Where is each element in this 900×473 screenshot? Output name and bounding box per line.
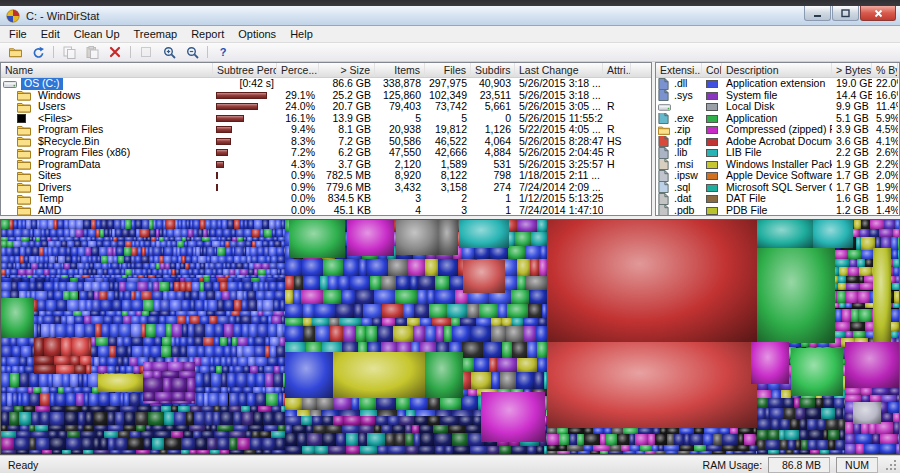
- treemap-cell[interactable]: [257, 324, 268, 337]
- treemap-cell[interactable]: [448, 425, 466, 432]
- treemap-cell[interactable]: [893, 229, 900, 237]
- treemap-cell[interactable]: [40, 220, 48, 229]
- treemap-cell[interactable]: [429, 304, 447, 318]
- tree-row[interactable]: Sites0.9%782.5 MB8,9208,1227981/18/2015 …: [1, 170, 651, 182]
- treemap-cell[interactable]: [1, 346, 12, 356]
- treemap-cell[interactable]: [218, 256, 226, 263]
- treemap-cell[interactable]: [248, 357, 255, 366]
- treemap-cell[interactable]: [342, 425, 359, 432]
- treemap-cell[interactable]: [74, 275, 81, 278]
- treemap-cell[interactable]: [272, 450, 285, 454]
- treemap-cell[interactable]: [224, 324, 233, 337]
- treemap-cell[interactable]: [164, 438, 180, 451]
- treemap-cell[interactable]: [771, 419, 781, 430]
- treemap-cell[interactable]: [381, 425, 392, 432]
- treemap-cell[interactable]: [382, 318, 396, 326]
- treemap-cell[interactable]: [250, 366, 258, 373]
- treemap-cell[interactable]: [36, 282, 44, 291]
- treemap-cell[interactable]: [523, 318, 538, 326]
- treemap-cell[interactable]: [236, 229, 244, 237]
- treemap-cell[interactable]: [517, 220, 538, 232]
- treemap-cell[interactable]: [623, 451, 636, 454]
- treemap-cell[interactable]: [810, 450, 820, 454]
- treemap-cell[interactable]: [838, 419, 845, 430]
- treemap-cell[interactable]: [98, 346, 110, 356]
- treemap-cell[interactable]: [81, 256, 88, 263]
- treemap-cell[interactable]: [419, 425, 433, 432]
- treemap-cell[interactable]: [252, 229, 260, 237]
- treemap-cell[interactable]: [363, 304, 382, 318]
- treemap-cell[interactable]: [420, 433, 433, 446]
- treemap-cell[interactable]: [242, 412, 253, 425]
- treemap-cell[interactable]: [780, 440, 788, 450]
- treemap-cell[interactable]: [1, 438, 14, 451]
- treemap-cell[interactable]: [306, 425, 313, 432]
- treemap-cell[interactable]: [14, 229, 22, 237]
- treemap-cell[interactable]: [74, 365, 86, 374]
- treemap-cell[interactable]: [407, 318, 419, 326]
- treemap-cell[interactable]: [315, 446, 328, 454]
- treemap-cell[interactable]: [256, 291, 266, 300]
- treemap-cell[interactable]: [396, 276, 410, 290]
- tree-row[interactable]: Windows29.1%25.2 GB125,860102,34923,5115…: [1, 90, 651, 102]
- treemap-cell[interactable]: [152, 362, 168, 371]
- treemap-cell[interactable]: [889, 388, 900, 395]
- treemap-cell[interactable]: [208, 300, 217, 310]
- treemap-cell[interactable]: [395, 318, 407, 326]
- treemap-cell[interactable]: [452, 326, 470, 342]
- treemap-cell[interactable]: [248, 300, 257, 310]
- treemap-cell[interactable]: [636, 451, 646, 454]
- treemap-cell[interactable]: [434, 433, 452, 446]
- treemap-cell[interactable]: [645, 451, 654, 454]
- treemap-cell[interactable]: [77, 282, 84, 291]
- treemap-cell[interactable]: [177, 316, 186, 324]
- treemap-cell[interactable]: [43, 316, 54, 324]
- treemap-cell[interactable]: [269, 282, 277, 291]
- treemap-cell[interactable]: [506, 326, 522, 342]
- treemap-cell[interactable]: [547, 451, 557, 454]
- treemap-cell[interactable]: [90, 366, 97, 373]
- treemap-cell[interactable]: [335, 304, 354, 318]
- treemap-cell[interactable]: [471, 372, 491, 388]
- treemap-cell[interactable]: [479, 304, 498, 318]
- treemap-cell[interactable]: [220, 337, 227, 346]
- treemap-cell[interactable]: [274, 291, 285, 300]
- treemap-cell[interactable]: [445, 446, 453, 454]
- treemap-cell[interactable]: [71, 450, 83, 454]
- treemap-cell[interactable]: [124, 412, 135, 425]
- treemap-cell[interactable]: [307, 433, 322, 446]
- treemap-cell[interactable]: [107, 220, 114, 229]
- treemap-cell[interactable]: [201, 357, 210, 366]
- treemap-cell[interactable]: [235, 247, 243, 256]
- treemap-cell[interactable]: [385, 433, 394, 446]
- treemap-cell[interactable]: [55, 393, 66, 406]
- treemap-cell[interactable]: [367, 259, 388, 277]
- treemap-cell[interactable]: [896, 444, 900, 454]
- treemap-cell[interactable]: [168, 362, 183, 371]
- treemap-cell[interactable]: [483, 342, 502, 357]
- treemap-cell[interactable]: [237, 337, 247, 346]
- treemap-cell[interactable]: [180, 346, 187, 356]
- treemap-cell[interactable]: [140, 229, 148, 237]
- treemap-cell[interactable]: [113, 316, 122, 324]
- treemap-cell[interactable]: [241, 316, 251, 324]
- treemap-cell[interactable]: [52, 247, 59, 256]
- treemap-cell[interactable]: [172, 324, 182, 337]
- treemap-cell[interactable]: [236, 373, 247, 386]
- treemap-cell[interactable]: [835, 408, 843, 419]
- treemap-cell[interactable]: [52, 450, 61, 454]
- treemap-cell[interactable]: [219, 393, 228, 406]
- treemap-cell[interactable]: [71, 247, 78, 256]
- treemap-cell[interactable]: [410, 276, 418, 290]
- treemap-cell[interactable]: [152, 438, 165, 451]
- treemap-cell[interactable]: [780, 419, 789, 430]
- treemap-cell[interactable]: [531, 232, 547, 247]
- treemap-cell[interactable]: [79, 300, 86, 310]
- treemap-cell[interactable]: [148, 275, 155, 278]
- treemap-cell[interactable]: [600, 434, 607, 445]
- treemap-cell[interactable]: [54, 356, 70, 365]
- treemap-cell[interactable]: [428, 416, 440, 425]
- treemap-cell[interactable]: [435, 290, 455, 304]
- treemap-cell[interactable]: [247, 373, 255, 386]
- extension-row[interactable]: .ipswApple Device Software Upda...1.7 GB…: [656, 170, 899, 182]
